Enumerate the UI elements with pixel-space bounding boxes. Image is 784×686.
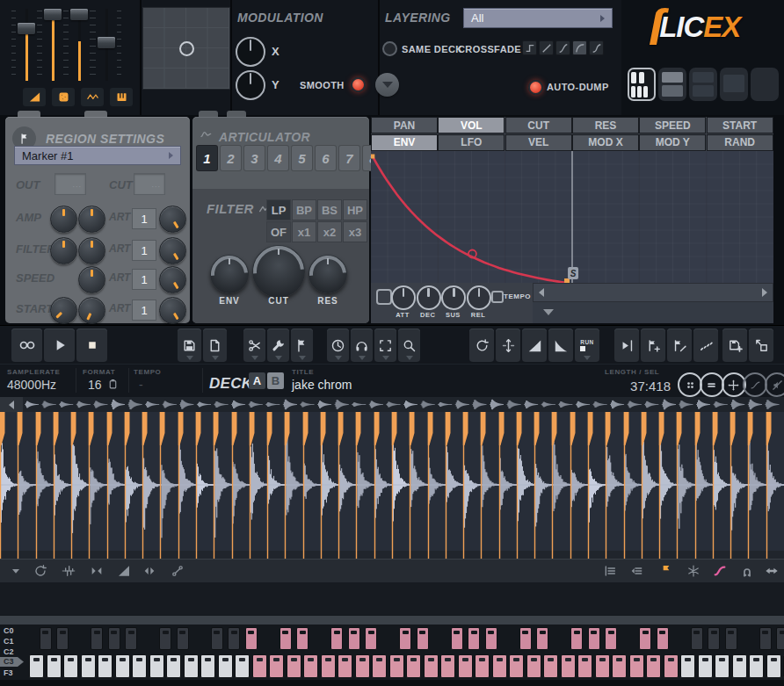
black-key-26[interactable] [485,627,497,650]
region-art-value-2[interactable]: 1 [132,240,156,261]
fade-out-button[interactable] [548,329,573,362]
white-key-1[interactable] [47,654,62,678]
articulator-slot-6[interactable]: 6 [315,145,337,171]
env-source-tab-vel[interactable]: VEL [505,134,572,151]
lfo-shape-button[interactable] [81,88,104,106]
white-key-9[interactable] [184,654,199,678]
white-key-35[interactable] [629,654,644,678]
white-key-22[interactable] [406,654,421,678]
env-enable-checkbox[interactable] [376,289,392,305]
dropdown-caret-icon[interactable] [335,356,342,360]
reverse-button[interactable] [469,329,494,362]
white-key-3[interactable] [81,654,96,678]
white-key-39[interactable] [698,654,713,678]
slide-button[interactable] [711,563,729,579]
black-key-21[interactable] [399,627,411,650]
dropdown-caret-icon[interactable] [584,356,591,360]
env-target-tab-vol[interactable]: VOL [438,117,505,134]
env-target-tab-speed[interactable]: SPEED [639,117,706,134]
auto-dump-led[interactable] [528,80,543,95]
articulator-slot-1[interactable]: 1 [196,145,218,171]
crossfade-shape-2-button[interactable] [539,40,554,55]
region-speed-knob-2[interactable] [78,266,105,293]
env-source-tab-mod-y[interactable]: MOD Y [639,134,706,151]
scroll-right-icon[interactable] [762,288,767,297]
black-key-11[interactable] [228,627,240,650]
white-key-8[interactable] [166,654,181,678]
fade-in-button[interactable] [522,329,547,362]
black-key-17[interactable] [330,627,343,650]
env-source-tab-rand[interactable]: RAND [707,134,773,151]
freeze-button[interactable] [685,563,702,579]
env-menu-button[interactable] [543,309,554,315]
filter-type-bp-button[interactable]: BP [292,199,316,220]
dropdown-caret-icon[interactable] [251,356,258,360]
link-button[interactable] [169,563,186,579]
region-art-value-1[interactable]: 1 [132,208,156,229]
black-key-14[interactable] [279,627,292,650]
articulator-slot-3[interactable]: 3 [243,145,265,171]
keyboard-view-button[interactable] [110,88,133,106]
play-button[interactable] [44,329,75,362]
wave-editor[interactable] [0,412,784,559]
tempo-checkbox[interactable] [491,291,504,303]
white-key-11[interactable] [218,654,233,678]
deck-a-button[interactable]: A [249,372,265,389]
filter-of-button[interactable]: OF [266,221,291,242]
declick-button[interactable] [693,329,718,362]
white-key-34[interactable] [612,654,627,678]
filter-oversample-x3-button[interactable]: x3 [343,221,367,242]
fader-handle[interactable] [18,23,35,34]
snap-button[interactable] [738,563,756,579]
black-key-25[interactable] [468,627,480,650]
dropdown-caret-icon[interactable] [275,356,282,360]
zoom-mode-button[interactable] [398,329,420,362]
black-key-4[interactable] [108,627,120,650]
snap-start-button[interactable] [88,563,105,579]
region-filter-knob-2[interactable] [78,237,105,264]
layout-stacked-button[interactable] [689,68,717,101]
filter-cut-knob[interactable] [252,245,305,298]
articulator-slot-4[interactable]: 4 [267,145,289,171]
normalize-button[interactable] [496,329,520,362]
dropdown-caret-icon[interactable] [406,356,413,360]
white-key-14[interactable] [269,654,284,678]
region-art-knob-3[interactable] [159,266,186,293]
fader-2[interactable] [43,7,62,83]
white-key-29[interactable] [526,654,541,678]
slice-align-button[interactable] [628,563,645,579]
filter-res-knob[interactable] [309,255,347,293]
white-key-16[interactable] [303,654,318,678]
white-key-13[interactable] [252,654,267,678]
black-key-31[interactable] [570,627,583,650]
center-button[interactable] [60,563,77,579]
collapse-button[interactable] [375,73,399,97]
monitor-button[interactable] [351,329,373,362]
fader-handle[interactable] [70,9,88,20]
filter-type-hp-button[interactable]: HP [343,199,367,220]
env-target-tab-pan[interactable]: PAN [371,117,438,134]
white-key-2[interactable] [63,654,78,678]
clipboard-icon[interactable] [107,378,119,394]
dropdown-caret-icon[interactable] [299,356,306,360]
wave-overview[interactable] [0,397,784,412]
crossfade-shape-3-button[interactable] [555,40,570,55]
crossfade-shape-5-button[interactable] [589,40,604,55]
save-button[interactable] [178,329,201,362]
select-mode-button[interactable] [374,329,396,362]
black-key-29[interactable] [536,627,548,650]
region-art-knob-2[interactable] [159,237,186,264]
black-key-22[interactable] [417,627,429,650]
white-key-6[interactable] [132,654,147,678]
fader-3[interactable] [69,7,89,83]
stop-button[interactable] [76,329,107,362]
env-rel-knob[interactable] [467,285,491,310]
region-amp-knob-2[interactable] [78,206,105,233]
randomize-button[interactable] [52,88,75,106]
env-source-tab-env[interactable]: ENV [371,134,438,151]
deck-b-button[interactable]: B [267,372,284,389]
white-key-28[interactable] [509,654,524,678]
dropdown-caret-icon[interactable] [186,356,193,360]
white-key-15[interactable] [287,654,301,678]
env-source-tab-lfo[interactable]: LFO [438,134,505,151]
